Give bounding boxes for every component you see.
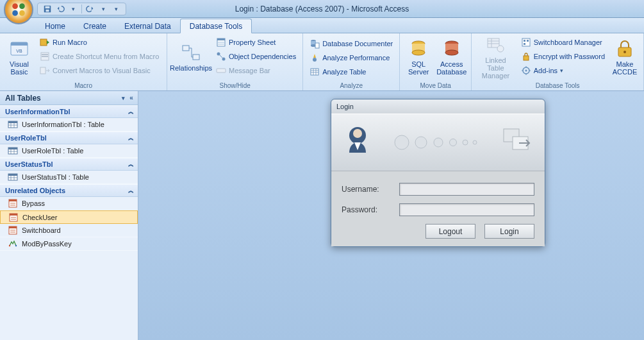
analyze-table-label: Analyze Table xyxy=(322,68,366,76)
make-accde-icon xyxy=(615,38,635,59)
nav-item[interactable]: ModByPassKey xyxy=(0,237,138,251)
svg-rect-23 xyxy=(217,69,226,72)
svg-point-22 xyxy=(222,58,225,61)
username-input[interactable] xyxy=(399,183,534,196)
ribbon-group-showhide-label: Show/Hide xyxy=(170,81,300,90)
svg-point-0 xyxy=(12,3,18,9)
svg-point-74 xyxy=(473,140,477,144)
nav-item-label: CheckUser xyxy=(22,214,57,221)
tab-database-tools[interactable]: Database Tools xyxy=(180,19,252,33)
message-bar-icon xyxy=(216,65,226,76)
addins-button[interactable]: Add-ins ▾ xyxy=(518,64,607,77)
analyze-table-icon xyxy=(310,67,320,77)
svg-point-68 xyxy=(353,129,362,138)
svg-rect-54 xyxy=(9,200,17,201)
database-documenter-button[interactable]: Database Documenter xyxy=(307,37,395,50)
svg-rect-48 xyxy=(8,121,17,123)
switchboard-manager-label: Switchboard Manager xyxy=(534,38,602,46)
addins-dropdown-icon: ▾ xyxy=(560,67,563,74)
svg-point-72 xyxy=(449,139,456,146)
access-database-button[interactable]: Access Database xyxy=(434,35,468,80)
svg-point-65 xyxy=(9,245,10,246)
nav-group-userinformation[interactable]: UserInformationTbl ︽ xyxy=(0,105,138,118)
svg-rect-63 xyxy=(10,230,15,231)
navigation-pane-title: All Tables xyxy=(5,94,41,103)
access-database-label: Access Database xyxy=(436,60,466,76)
chevron-up-icon: ︽ xyxy=(128,134,134,142)
nav-collapse-icon[interactable]: « xyxy=(128,94,135,101)
analyze-performance-button[interactable]: Analyze Performance xyxy=(307,51,395,64)
run-macro-button[interactable]: Run Macro xyxy=(37,36,161,49)
nav-item-selected[interactable]: CheckUser xyxy=(0,210,138,224)
login-form-window: Login Use xyxy=(331,99,545,247)
nav-item[interactable]: Bypass xyxy=(0,197,138,210)
encrypt-label: Encrypt with Password xyxy=(534,53,605,60)
svg-rect-41 xyxy=(524,43,525,45)
undo-dropdown-icon[interactable]: ▾ xyxy=(69,4,78,13)
linked-table-manager-button[interactable]: Linked Table Manager xyxy=(474,35,517,80)
svg-rect-15 xyxy=(183,46,189,51)
convert-macros-button[interactable]: Convert Macros to Visual Basic xyxy=(37,64,161,77)
create-shortcut-menu-button[interactable]: Create Shortcut Menu from Macro xyxy=(37,50,161,63)
nav-group-userstatus[interactable]: UserStatusTbl ︽ xyxy=(0,158,138,171)
property-sheet-button[interactable]: Property Sheet xyxy=(213,36,299,49)
make-accde-button[interactable]: Make ACCDE xyxy=(609,35,641,80)
visual-basic-button[interactable]: VB Visual Basic xyxy=(3,35,36,80)
relationships-button[interactable]: Relationships xyxy=(170,35,212,80)
svg-rect-10 xyxy=(40,39,47,46)
nav-group-label: UserStatusTbl xyxy=(5,160,53,168)
user-avatar-icon xyxy=(342,124,374,161)
tab-create[interactable]: Create xyxy=(74,19,115,33)
chevron-up-icon: ︽ xyxy=(128,108,134,116)
undo-icon[interactable] xyxy=(56,4,65,13)
svg-rect-16 xyxy=(193,55,199,60)
svg-rect-13 xyxy=(42,56,48,57)
login-button[interactable]: Login xyxy=(484,224,534,239)
nav-item[interactable]: UserInformationTbl : Table xyxy=(0,118,138,132)
window-title: Login : Database (Access 2007) - Microso… xyxy=(235,4,409,13)
svg-point-35 xyxy=(445,50,458,55)
nav-item[interactable]: Switchboard xyxy=(0,224,138,237)
nav-group-userrole[interactable]: UserRoleTbl ︽ xyxy=(0,132,138,144)
module-icon xyxy=(8,239,18,249)
svg-point-70 xyxy=(415,137,427,148)
qat-customize-icon[interactable]: ▾ xyxy=(111,4,120,13)
message-bar-button[interactable]: Message Bar xyxy=(213,64,299,77)
nav-item[interactable]: UserStatusTbl : Table xyxy=(0,171,138,184)
nav-group-unrelated[interactable]: Unrelated Objects ︽ xyxy=(0,184,138,197)
navigation-pane-header[interactable]: All Tables ▾ « xyxy=(0,91,138,105)
svg-point-3 xyxy=(19,10,25,16)
svg-point-37 xyxy=(497,46,504,52)
logout-button[interactable]: Logout xyxy=(425,224,475,239)
svg-rect-42 xyxy=(524,56,529,60)
redo-dropdown-icon[interactable]: ▾ xyxy=(99,4,108,13)
svg-rect-40 xyxy=(527,40,529,42)
nav-item-label: Bypass xyxy=(22,200,45,207)
redo-icon[interactable] xyxy=(86,4,95,13)
ribbon-group-analyze: Database Documenter Analyze Performance … xyxy=(303,33,400,90)
sql-server-button[interactable]: SQL Server xyxy=(402,35,434,80)
save-icon[interactable] xyxy=(43,4,52,13)
encrypt-password-button[interactable]: Encrypt with Password xyxy=(518,50,607,63)
nav-item[interactable]: UserRoleTbl : Table xyxy=(0,144,138,158)
login-form-titlebar[interactable]: Login xyxy=(331,99,545,114)
ribbon-group-movedata: SQL Server Access Database Move Data xyxy=(400,33,472,90)
tab-external-data[interactable]: External Data xyxy=(115,19,180,33)
svg-point-1 xyxy=(19,3,25,9)
svg-rect-58 xyxy=(10,214,17,216)
ribbon-group-movedata-label: Move Data xyxy=(402,81,468,90)
tab-home[interactable]: Home xyxy=(36,19,74,33)
analyze-table-button[interactable]: Analyze Table xyxy=(307,65,395,78)
svg-point-44 xyxy=(525,70,527,72)
ribbon-group-dbtools: Linked Table Manager Switchboard Manager… xyxy=(472,33,644,90)
nav-group-label: UserInformationTbl xyxy=(5,108,70,115)
switchboard-manager-button[interactable]: Switchboard Manager xyxy=(518,36,607,49)
svg-rect-52 xyxy=(8,174,17,176)
quick-access-toolbar: ▾ ▾ ▾ xyxy=(37,3,126,15)
svg-rect-19 xyxy=(218,42,224,43)
password-input[interactable] xyxy=(399,203,534,216)
boxes-arrow-icon xyxy=(500,125,534,160)
nav-category-dropdown-icon[interactable]: ▾ xyxy=(122,95,125,101)
object-dependencies-button[interactable]: Object Dependencies xyxy=(213,50,299,63)
svg-point-71 xyxy=(434,138,443,147)
